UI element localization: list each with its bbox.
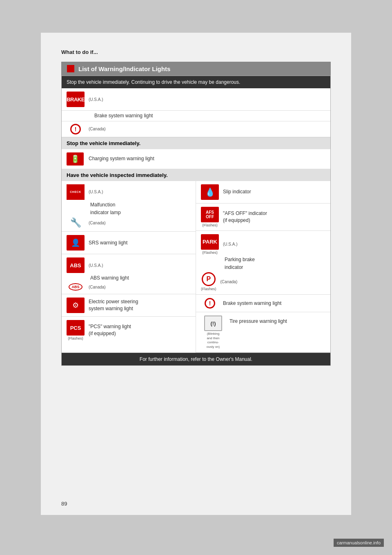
brake-label: Brake system warning light xyxy=(94,113,153,119)
section-header-label: List of Warning/Indicator Lights xyxy=(78,65,170,72)
park-flashes-label: (Flashes) xyxy=(202,251,218,255)
abs-outline-icon: ABS xyxy=(69,283,82,291)
pcs-icon-group: PCS (Flashes) xyxy=(67,320,85,340)
brake2-label: Brake system warning light xyxy=(223,300,281,307)
header-icon xyxy=(67,65,74,72)
park-usa-label: (U.S.A.) xyxy=(223,242,238,246)
malfunction-line2: indicator lamp xyxy=(90,210,121,215)
pcs-icon-box: PCS xyxy=(67,320,85,336)
pcs-flashes-label: (Flashes) xyxy=(68,336,83,340)
stop-immediately-header: Stop the vehicle immediately. Continuing… xyxy=(62,76,330,88)
slip-icon: 💧 xyxy=(201,184,219,200)
page: What to do if... List of Warning/Indicat… xyxy=(41,33,351,515)
malfunction-canada-label: (Canada) xyxy=(89,221,106,225)
tire-icon: (!) xyxy=(204,316,222,331)
park-usa-icon-group: PARK (Flashes) xyxy=(201,234,219,255)
abs-text: ABS warning light xyxy=(62,274,196,282)
pcs-label: "PCS" warning light (if equipped) xyxy=(89,323,131,337)
tire-icon-group: (!) (Blinking and then continu- ously on… xyxy=(201,316,225,349)
tire-row: (!) (Blinking and then continu- ously on… xyxy=(196,312,330,353)
slip-row: 💧 Slip indicator xyxy=(196,181,330,204)
warning-table: Stop the vehicle immediately. Continuing… xyxy=(61,76,331,366)
engine-symbol: 🔧 xyxy=(70,217,81,228)
park-text: Parking brake indicator xyxy=(196,255,330,272)
brake-canada-label: (Canada) xyxy=(89,127,106,131)
section-header: List of Warning/Indicator Lights xyxy=(61,62,331,76)
two-col-section: CHECK (U.S.A.) Malfunction indicator lam… xyxy=(62,181,330,353)
engine-icon-canada: 🔧 xyxy=(67,217,85,228)
eps-row: ⚙ Electric power steering system warning… xyxy=(62,294,196,317)
right-column: 💧 Slip indicator AFS OFF (Flashes) "AFS … xyxy=(196,181,330,353)
park-icon-usa: PARK xyxy=(201,234,219,250)
afs-flashes-label: (Flashes) xyxy=(202,223,218,227)
malfunction-usa-label: (U.S.A.) xyxy=(89,190,103,194)
park-canada-row: P (Flashes) (Canada) xyxy=(196,271,330,295)
brake-canada-row: ! (Canada) xyxy=(62,121,330,137)
park-icon-canada: P xyxy=(202,272,216,286)
tire-label: Tire pressure warning light xyxy=(229,316,287,325)
page-title: What to do if... xyxy=(61,49,331,55)
brake2-icon-box: ! xyxy=(201,298,219,309)
srs-icon: 👤 xyxy=(67,235,85,251)
eps-icon: ⚙ xyxy=(67,298,85,313)
page-number: 89 xyxy=(61,501,67,507)
footer-text: For further information, refer to the Ow… xyxy=(140,356,252,362)
park-canada-label: (Canada) xyxy=(220,280,238,284)
afs-icon-box: AFS OFF xyxy=(201,207,219,222)
malfunction-usa-row: CHECK (U.S.A.) xyxy=(62,181,196,201)
abs-label: ABS warning light xyxy=(90,275,129,281)
afs-label: "AFS OFF" indicator (if equipped) xyxy=(223,210,267,224)
malfunction-canada-row: 🔧 (Canada) xyxy=(62,217,196,232)
brake-icon-canada: ! xyxy=(67,124,85,134)
charging-row: 🔋 Charging system warning light xyxy=(62,149,330,169)
watermark: carmanualsonline.info xyxy=(334,539,384,547)
tire-blinking-label: (Blinking and then continu- ously on) xyxy=(207,332,220,349)
charging-icon: 🔋 xyxy=(67,152,84,166)
brake-icon-usa: BRAKE xyxy=(67,92,85,107)
abs-canada-label: (Canada) xyxy=(89,285,106,289)
srs-row: 👤 SRS warning light xyxy=(62,232,196,254)
brake2-circle-icon: ! xyxy=(205,298,215,309)
check-icon-usa: CHECK xyxy=(67,184,85,200)
slip-label: Slip indicator xyxy=(223,188,251,195)
afs-row: AFS OFF (Flashes) "AFS OFF" indicator (i… xyxy=(196,204,330,231)
malfunction-line1: Malfunction xyxy=(90,202,115,208)
park-usa-row: PARK (Flashes) (U.S.A.) xyxy=(196,231,330,255)
brake2-row: ! Brake system warning light xyxy=(196,295,330,312)
left-column: CHECK (U.S.A.) Malfunction indicator lam… xyxy=(62,181,196,353)
afs-icon-group: AFS OFF (Flashes) xyxy=(201,207,219,227)
brake-circle-icon: ! xyxy=(70,124,81,134)
charging-label: Charging system warning light xyxy=(89,155,154,162)
check-label: CHECK xyxy=(70,190,81,193)
brake-usa-label: (U.S.A.) xyxy=(89,97,103,102)
malfunction-text: Malfunction indicator lamp xyxy=(62,201,196,217)
park-canada-flashes: (Flashes) xyxy=(201,287,216,291)
abs-icon-usa: ABS xyxy=(67,257,85,273)
inspect-header: Have the vehicle inspected immediately. xyxy=(62,169,330,181)
brake-usa-row: BRAKE (U.S.A.) xyxy=(62,88,330,111)
abs-usa-row: ABS (U.S.A.) xyxy=(62,254,196,274)
eps-label: Electric power steering system warning l… xyxy=(89,298,138,312)
abs-usa-label: (U.S.A.) xyxy=(89,263,103,268)
srs-label: SRS warning light xyxy=(89,239,127,246)
footer-bar: For further information, refer to the Ow… xyxy=(62,353,330,365)
brake-text-row: Brake system warning light xyxy=(62,111,330,121)
park-canada-icon-group: P (Flashes) xyxy=(201,272,216,291)
abs-icon-canada: ABS xyxy=(67,283,85,291)
stop-vehicle-header: Stop the vehicle immediately. xyxy=(62,137,330,149)
pcs-row: PCS (Flashes) "PCS" warning light (if eq… xyxy=(62,317,196,341)
abs-canada-row: ABS (Canada) xyxy=(62,282,196,294)
